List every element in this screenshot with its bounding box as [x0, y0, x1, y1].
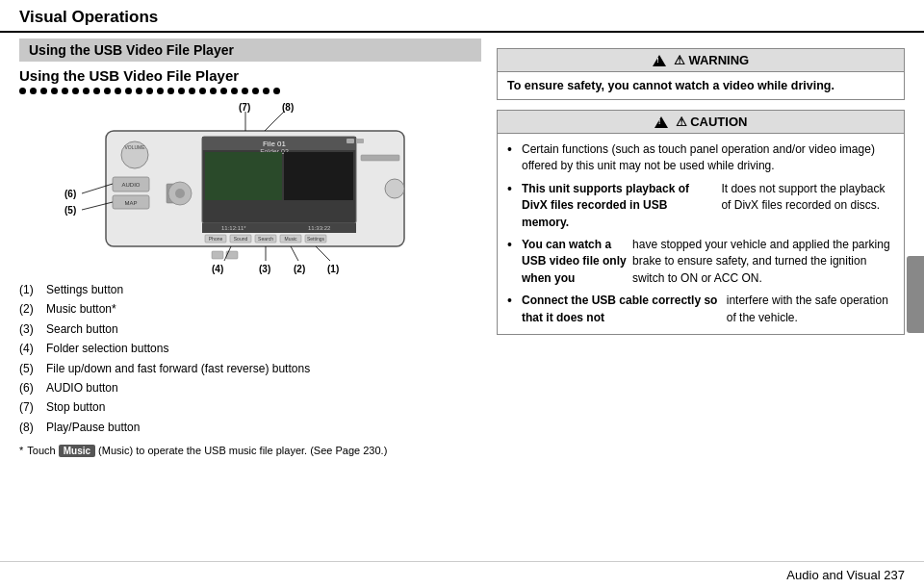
warning-label: ⚠ WARNING — [674, 53, 749, 67]
right-column: ! ⚠ WARNING To ensure safety, you cannot… — [497, 38, 905, 561]
svg-text:(5): (5) — [64, 205, 76, 216]
caution-label: ⚠ CAUTION — [676, 115, 748, 129]
label-num: (1) — [19, 280, 40, 299]
svg-point-29 — [385, 179, 404, 198]
label-text: AUDIO button — [46, 378, 118, 397]
label-num: (6) — [19, 378, 40, 397]
svg-text:(8): (8) — [282, 102, 294, 113]
svg-text:Sound: Sound — [234, 236, 248, 242]
label-item: (3)Search button — [19, 320, 481, 339]
svg-text:AUDIO: AUDIO — [121, 182, 140, 188]
page-title: Visual Operations — [19, 8, 158, 27]
warning-box: ! ⚠ WARNING To ensure safety, you cannot… — [497, 48, 905, 100]
side-tab — [907, 256, 924, 333]
svg-text:Music: Music — [284, 236, 297, 242]
svg-text:(2): (2) — [294, 264, 305, 274]
label-item: (8)Play/Pause button — [19, 418, 481, 437]
label-item: (4)Folder selection buttons — [19, 339, 481, 358]
svg-rect-5 — [205, 152, 282, 200]
device-diagram: File 01 Folder 02 11:12:11* 11:33:22 VO — [63, 102, 438, 280]
svg-text:(6): (6) — [64, 189, 76, 199]
main-content: Using the USB Video File Player Using th… — [0, 38, 924, 561]
label-num: (2) — [19, 299, 40, 319]
caution-triangle-icon: ! — [654, 116, 668, 128]
page-footer: Audio and Visual 237 — [0, 561, 924, 588]
svg-text:(1): (1) — [327, 264, 339, 274]
label-text: Settings button — [46, 280, 123, 299]
svg-rect-28 — [361, 155, 399, 161]
left-column: Using the USB Video File Player Using th… — [19, 38, 481, 561]
label-item: (1)Settings button — [19, 280, 481, 299]
svg-rect-8 — [356, 139, 364, 143]
svg-text:Phone: Phone — [209, 236, 223, 242]
label-num: (7) — [19, 397, 40, 417]
svg-text:11:12:11*: 11:12:11* — [221, 225, 246, 231]
label-text: Play/Pause button — [46, 418, 140, 437]
svg-text:File 01: File 01 — [263, 140, 287, 148]
caution-list-item: You can watch a USB video file only when… — [507, 237, 894, 287]
caution-list-item: Certain functions (such as touch panel o… — [507, 141, 894, 175]
caution-header: ! ⚠ CAUTION — [498, 111, 904, 133]
labels-list: (1)Settings button(2)Music button*(3)Sea… — [19, 280, 481, 437]
label-text: Stop button — [46, 397, 105, 417]
svg-text:MAP: MAP — [124, 200, 137, 206]
svg-rect-33 — [212, 251, 223, 259]
music-btn-example: Music — [59, 445, 95, 457]
label-item: (2)Music button* — [19, 299, 481, 319]
label-num: (8) — [19, 418, 40, 437]
warning-triangle-icon: ! — [653, 55, 666, 66]
svg-line-49 — [316, 246, 330, 261]
warning-body: To ensure safety, you cannot watch a vid… — [498, 71, 904, 99]
footer-text: Audio and Visual 237 — [786, 568, 905, 582]
svg-text:(7): (7) — [239, 102, 250, 113]
label-text: Folder selection buttons — [46, 339, 168, 358]
svg-rect-7 — [346, 139, 354, 143]
page-container: Visual Operations Using the USB Video Fi… — [0, 0, 924, 588]
label-item: (6)AUDIO button — [19, 378, 481, 397]
caution-list-item: Connect the USB cable correctly so that … — [507, 293, 894, 326]
title-bar: Visual Operations — [0, 0, 924, 33]
section-subheading: Using the USB Video File Player — [19, 67, 481, 84]
svg-text:(3): (3) — [259, 264, 270, 274]
svg-text:Search: Search — [258, 236, 273, 242]
footnote: * Touch Music (Music) to operate the USB… — [19, 445, 481, 457]
label-item: (5)File up/down and fast forward (fast r… — [19, 359, 481, 378]
svg-line-37 — [265, 112, 284, 131]
dot-separator — [19, 88, 481, 94]
svg-text:Settings: Settings — [307, 236, 325, 242]
caution-list-item: This unit supports playback of DivX file… — [507, 181, 894, 231]
label-num: (5) — [19, 359, 40, 378]
caution-body: Certain functions (such as touch panel o… — [498, 133, 904, 334]
warning-header: ! ⚠ WARNING — [498, 49, 904, 71]
label-text: Search button — [46, 320, 118, 339]
label-item: (7)Stop button — [19, 397, 481, 417]
svg-rect-6 — [284, 152, 353, 200]
svg-text:11:33:22: 11:33:22 — [308, 225, 331, 231]
section-header: Using the USB Video File Player — [19, 38, 481, 62]
label-num: (3) — [19, 320, 40, 339]
caution-box: ! ⚠ CAUTION Certain functions (such as t… — [497, 110, 905, 335]
label-text: File up/down and fast forward (fast reve… — [46, 359, 310, 378]
svg-text:VOLUME: VOLUME — [124, 144, 145, 150]
label-text: Music button* — [46, 299, 116, 319]
svg-line-47 — [291, 246, 298, 261]
label-num: (4) — [19, 339, 40, 358]
svg-text:(4): (4) — [212, 264, 223, 274]
svg-point-32 — [175, 189, 185, 198]
caution-list: Certain functions (such as touch panel o… — [507, 141, 894, 326]
